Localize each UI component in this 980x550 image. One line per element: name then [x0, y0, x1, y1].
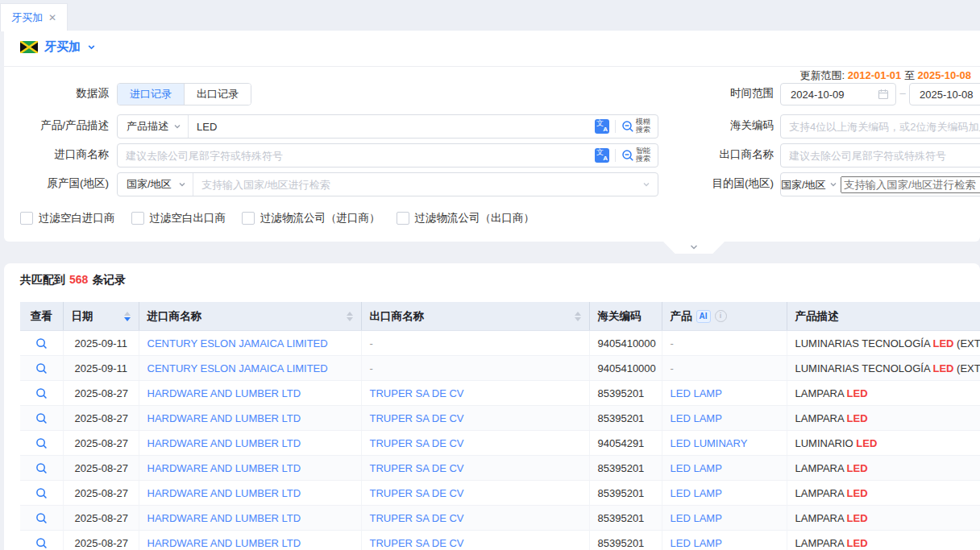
- sort-exporter[interactable]: [570, 312, 581, 321]
- product-link[interactable]: LED LAMP: [671, 487, 722, 499]
- exporter-link[interactable]: TRUPER SA DE CV: [370, 462, 464, 474]
- import-records-tab[interactable]: 进口记录: [118, 84, 184, 105]
- view-record-button[interactable]: [35, 362, 48, 374]
- checkbox[interactable]: [242, 212, 255, 225]
- importer-link[interactable]: HARDWARE AND LUMBER LTD: [147, 437, 301, 449]
- view-record-button[interactable]: [35, 512, 48, 524]
- checkbox[interactable]: [131, 212, 144, 225]
- view-record-button[interactable]: [35, 412, 48, 424]
- date-cell: 2025-08-27: [63, 481, 139, 506]
- importer-link[interactable]: CENTURY ESLON JAMAICA LIMITED: [147, 337, 328, 349]
- view-record-button[interactable]: [35, 337, 48, 349]
- results-table: 查看 日期 进口商名称 出口商名称 海关编码 产品 AI i 产品描述 2025…: [20, 302, 980, 550]
- hs-code-cell: 94054291: [589, 431, 662, 456]
- importer-link[interactable]: HARDWARE AND LUMBER LTD: [147, 462, 301, 474]
- date-start-value[interactable]: [789, 88, 873, 101]
- exporter-link[interactable]: TRUPER SA DE CV: [370, 512, 464, 524]
- tab-jamaica[interactable]: 牙买加 ✕: [0, 3, 68, 31]
- product-link[interactable]: LED LAMP: [671, 537, 722, 549]
- table-row: 2025-08-27HARDWARE AND LUMBER LTDTRUPER …: [20, 456, 980, 481]
- date-cell: 2025-08-27: [63, 456, 139, 481]
- product-link[interactable]: LED LAMP: [671, 387, 722, 399]
- table-row: 2025-08-27HARDWARE AND LUMBER LTDTRUPER …: [20, 431, 980, 456]
- chevron-down-icon: [642, 180, 650, 188]
- exporter-cell: TRUPER SA DE CV: [361, 456, 589, 481]
- product-cell: LED LAMP: [662, 381, 787, 406]
- destination-country-input[interactable]: [841, 176, 980, 193]
- close-icon[interactable]: ✕: [48, 13, 56, 23]
- update-range-start: 2012-01-01: [848, 69, 902, 81]
- importer-link[interactable]: HARDWARE AND LUMBER LTD: [147, 537, 301, 549]
- exporter-input[interactable]: [781, 150, 980, 162]
- origin-country-input[interactable]: [193, 179, 642, 191]
- sort-importer[interactable]: [342, 312, 353, 321]
- origin-country-select[interactable]: 国家/地区: [118, 173, 193, 196]
- view-record-button[interactable]: [35, 487, 48, 499]
- destination-country-select[interactable]: 国家/地区: [781, 177, 841, 192]
- product-link[interactable]: LED LAMP: [671, 412, 722, 424]
- importer-link[interactable]: HARDWARE AND LUMBER LTD: [147, 512, 301, 524]
- keyword-highlight: LED: [847, 487, 868, 499]
- importer-link[interactable]: HARDWARE AND LUMBER LTD: [147, 412, 301, 424]
- product-link[interactable]: LED LUMINARY: [671, 437, 748, 449]
- exporter-link[interactable]: TRUPER SA DE CV: [370, 537, 464, 549]
- view-record-button[interactable]: [35, 462, 48, 474]
- importer-search-group: 文A 智能搜索: [117, 143, 658, 167]
- column-importer: 进口商名称: [147, 309, 202, 324]
- chevron-down-icon: [87, 43, 96, 52]
- importer-link[interactable]: HARDWARE AND LUMBER LTD: [147, 487, 301, 499]
- exporter-link[interactable]: TRUPER SA DE CV: [370, 487, 464, 499]
- description-cell: LUMINARIO LED: [787, 431, 980, 456]
- date-range-separator: –: [897, 83, 908, 104]
- divider: [4, 66, 980, 67]
- view-record-button[interactable]: [35, 387, 48, 399]
- table-row: 2025-09-11CENTURY ESLON JAMAICA LIMITED-…: [20, 356, 980, 381]
- checkbox[interactable]: [397, 212, 409, 225]
- filter-checkbox-item[interactable]: 过滤空白出口商: [131, 211, 226, 225]
- sort-date[interactable]: [119, 312, 131, 321]
- filter-checkbox-item[interactable]: 过滤物流公司（进口商）: [242, 211, 380, 225]
- exporter-link[interactable]: TRUPER SA DE CV: [370, 437, 464, 449]
- table-row: 2025-08-27HARDWARE AND LUMBER LTDTRUPER …: [20, 381, 980, 406]
- translate-icon[interactable]: 文A: [595, 119, 609, 134]
- hs-code-field: [780, 114, 980, 139]
- importer-input[interactable]: [118, 150, 595, 162]
- view-icon: [35, 537, 48, 549]
- importer-link[interactable]: CENTURY ESLON JAMAICA LIMITED: [147, 362, 328, 374]
- checkbox[interactable]: [20, 212, 33, 225]
- product-input[interactable]: [189, 121, 595, 133]
- collapse-filter-button[interactable]: [662, 241, 725, 254]
- filter-checkbox-item[interactable]: 过滤物流公司（出口商）: [397, 211, 535, 225]
- product-type-select[interactable]: 产品描述: [118, 115, 189, 138]
- date-end-value[interactable]: [918, 88, 980, 101]
- destination-country-group: 国家/地区: [780, 172, 980, 196]
- keyword-highlight: LED: [932, 362, 953, 374]
- export-records-tab[interactable]: 出口记录: [184, 84, 251, 105]
- exporter-link[interactable]: TRUPER SA DE CV: [370, 412, 464, 424]
- smart-search-button[interactable]: 智能搜索: [621, 147, 650, 163]
- chevron-down-icon: [173, 122, 181, 130]
- search-icon: [621, 120, 634, 133]
- keyword-highlight: LED: [847, 387, 868, 399]
- date-end-input[interactable]: [909, 83, 980, 105]
- hs-code-cell: 85395201: [589, 481, 662, 506]
- table-body: 2025-09-11CENTURY ESLON JAMAICA LIMITED-…: [20, 331, 980, 550]
- summary-prefix: 共匹配到: [20, 273, 65, 286]
- country-selector[interactable]: 牙买加: [20, 39, 96, 55]
- fuzzy-search-button[interactable]: 模糊搜索: [621, 118, 650, 134]
- product-link[interactable]: LED LAMP: [671, 462, 722, 474]
- date-start-input[interactable]: [780, 83, 896, 105]
- filter-checkbox-item[interactable]: 过滤空白进口商: [20, 211, 115, 225]
- product-link[interactable]: LED LAMP: [671, 512, 722, 524]
- view-record-button[interactable]: [35, 537, 48, 549]
- exporter-cell: TRUPER SA DE CV: [361, 531, 589, 550]
- hs-code-input[interactable]: [781, 121, 980, 133]
- table-row: 2025-08-27HARDWARE AND LUMBER LTDTRUPER …: [20, 531, 980, 550]
- translate-icon[interactable]: 文A: [595, 148, 609, 163]
- importer-link[interactable]: HARDWARE AND LUMBER LTD: [147, 387, 301, 399]
- info-icon[interactable]: i: [715, 310, 727, 322]
- view-record-button[interactable]: [35, 437, 48, 449]
- product-cell: LED LAMP: [662, 506, 787, 531]
- app-window: 牙买加 ✕ 牙买加 更新范围: 2012-01-01 至 2025-10-08 …: [0, 0, 980, 550]
- exporter-link[interactable]: TRUPER SA DE CV: [370, 387, 464, 399]
